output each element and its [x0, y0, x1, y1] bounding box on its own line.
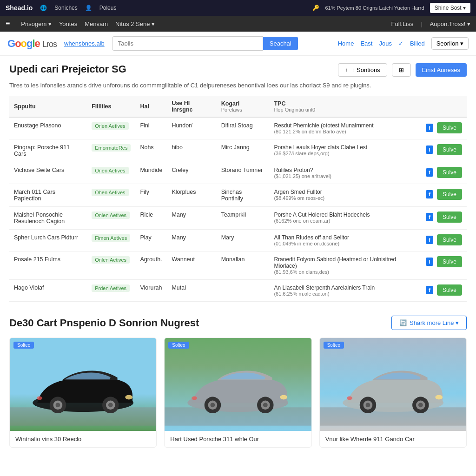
cell-hal: Play — [135, 230, 167, 251]
cell-action[interactable]: f Sulve — [421, 230, 467, 251]
bottom-title: De30 Cart Pnspenio D Sonrion Nugrest — [9, 317, 199, 329]
cell-hal: Fini — [135, 117, 167, 139]
status-badge: Prden Aetives — [92, 284, 130, 292]
table-row: Hago Violaf Prden Aetives Viorurah Mutal… — [9, 280, 467, 302]
nav-item-yontes[interactable]: Yontes — [59, 20, 77, 27]
globe-icon: 🌐 — [40, 5, 47, 11]
cell-use: hibo — [167, 139, 216, 162]
cell-tpc: Rulilies Proton? ($1,021.25) one aritrav… — [269, 162, 421, 184]
hamburger-icon[interactable]: ≡ — [6, 20, 10, 28]
cell-kogarl: Monallan — [217, 251, 270, 280]
table-row: Posale 215 Fulms Onlen Aetives Agrouth. … — [9, 251, 467, 280]
nav-item-pnsogem[interactable]: Pnsogem ▾ — [21, 20, 52, 27]
grid-button[interactable]: ⊞ — [392, 63, 411, 77]
cell-name: March 011 Cars Paplection — [9, 184, 87, 207]
svg-point-24 — [365, 403, 370, 407]
solve-button[interactable]: Sulve — [437, 212, 462, 223]
cell-action[interactable]: f Sulve — [421, 139, 467, 162]
table-row: Spher Lurch Cars Pldturr Fimen Aetives P… — [9, 230, 467, 251]
solve-button[interactable]: Sulve — [437, 167, 462, 178]
nav-item-menvam[interactable]: Menvam — [85, 20, 108, 27]
table-row: Pingrap: Porsche 911 Cars EmormateRes No… — [9, 139, 467, 162]
cell-kogarl — [217, 280, 270, 302]
cell-kogarl: Sinchas Pontinily — [217, 184, 270, 207]
cell-tpc: An Llasabell Sterpenth Aarelalniers Trai… — [269, 280, 421, 302]
nav-east[interactable]: East — [360, 40, 372, 47]
solve-button[interactable]: Sulve — [437, 122, 462, 133]
settings-button[interactable]: + + Sontions — [338, 63, 387, 77]
car-card[interactable]: Solteo Wintnalio vins 30 Reeclo — [9, 337, 157, 448]
topbar-cta-button[interactable]: Shine Sost ▾ — [430, 3, 470, 13]
nav-jous[interactable]: Jous — [379, 40, 391, 47]
header-subtext[interactable]: whensbnes.alb — [64, 40, 105, 47]
cell-action[interactable]: f Sulve — [421, 184, 467, 207]
cell-name: Maishel Ponsochie Resulenoch Cagion — [9, 207, 87, 230]
action-row: + + Sontions ⊞ Einst Auneses — [338, 63, 467, 77]
nav-item-full-liss[interactable]: Full.Liss — [391, 20, 413, 27]
topbar-link-soniches[interactable]: Soniches — [54, 5, 77, 11]
show-more-button[interactable]: 🔄 Shark more Line ▾ — [391, 316, 467, 330]
fb-icon: f — [426, 124, 433, 132]
cell-name: Enustage Plasono — [9, 117, 87, 139]
col-header-6: TPC Hop Origintiu unt0 — [269, 96, 421, 117]
solve-button[interactable]: Sulve — [437, 284, 462, 296]
solve-button[interactable]: Sulve — [437, 144, 462, 155]
cell-use: Creley — [167, 162, 216, 184]
nav-billed[interactable]: Billed — [410, 40, 425, 47]
car-card-image: Solteo — [320, 338, 466, 431]
cell-hal: Nohs — [135, 139, 167, 162]
cell-name: Pingrap: Porsche 911 Cars — [9, 139, 87, 162]
bottom-section: De30 Cart Pnspenio D Sonrion Nugrest 🔄 S… — [9, 316, 467, 448]
cell-action[interactable]: f Sulve — [421, 280, 467, 302]
export-button[interactable]: Einst Auneses — [416, 63, 467, 77]
key-icon: 🔑 — [312, 5, 319, 11]
cell-kogarl: Mary — [217, 230, 270, 251]
solve-button[interactable]: Sulve — [437, 234, 462, 245]
search-button[interactable]: Seachal — [263, 37, 298, 50]
cell-tpc: All Than Rludes off and Selltor (01.049%… — [269, 230, 421, 251]
nav-item-aupon[interactable]: Aupon.Tross! ▾ — [430, 20, 470, 27]
car-card[interactable]: Solteo Vnur like Wherrle 911 Gando Car — [319, 337, 467, 448]
cell-status: Orien Aetives — [87, 117, 135, 139]
car-card[interactable]: Solteo Hart Used Porsche 311 whle Our — [164, 337, 311, 448]
table-row: March 011 Cars Paplection Ohen Aetives F… — [9, 184, 467, 207]
nav-home[interactable]: Home — [338, 40, 354, 47]
cell-use: Hundor/ — [167, 117, 216, 139]
cell-action[interactable]: f Sulve — [421, 251, 467, 280]
car-svg — [165, 338, 311, 431]
topbar-link-poleus[interactable]: Poleus — [99, 5, 117, 11]
cell-action[interactable]: f Sulve — [421, 162, 467, 184]
car-card-body: Vnur like Wherrle 911 Gando Car — [320, 431, 466, 447]
fb-icon: f — [426, 213, 433, 221]
fb-icon: f — [426, 286, 433, 294]
sort-dropdown[interactable]: Seorlion ▾ — [431, 37, 469, 50]
cell-status: EmormateRes — [87, 139, 135, 162]
nav-right: Full.Liss | Aupon.Tross! ▾ — [391, 20, 470, 27]
page-title: Upedi cari Prejeictor SG — [9, 63, 126, 75]
svg-point-8 — [125, 395, 132, 400]
nav-divider: | — [421, 20, 422, 27]
car-card-title: Wintnalio vins 30 Reeclo — [15, 436, 151, 443]
cell-status: Fimen Aetives — [87, 230, 135, 251]
fb-icon: f — [426, 145, 433, 154]
col-header-4: Use HI Inrsgnc — [167, 96, 216, 117]
car-card-body: Hart Used Porsche 311 whle Our — [165, 431, 311, 447]
col-header-1: Sppultu — [9, 96, 87, 117]
cell-action[interactable]: f Sulve — [421, 117, 467, 139]
svg-point-18 — [280, 395, 288, 400]
status-badge: EmormateRes — [92, 144, 131, 152]
cell-status: Ohen Aetives — [87, 184, 135, 207]
solve-button[interactable]: Sulve — [437, 189, 462, 200]
svg-point-9 — [37, 397, 42, 400]
cell-action[interactable]: f Sulve — [421, 207, 467, 230]
cell-status: Onlen Aetives — [87, 207, 135, 230]
svg-point-7 — [108, 403, 113, 407]
header-links: Home East Jous ✓ Billed Seorlion ▾ — [338, 37, 469, 50]
svg-point-14 — [211, 403, 215, 407]
solve-button[interactable]: Sulve — [437, 256, 462, 267]
cell-hal: Viorurah — [135, 280, 167, 302]
cell-use: Many — [167, 207, 216, 230]
search-input[interactable] — [112, 36, 263, 51]
car-svg — [10, 338, 156, 431]
nav-item-nitus[interactable]: Nitus 2 Sene ▾ — [115, 20, 155, 27]
